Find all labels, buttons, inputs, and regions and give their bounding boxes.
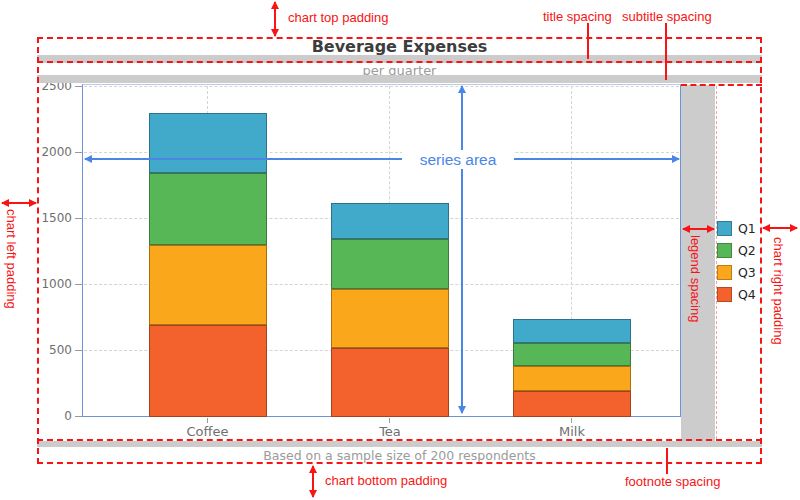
legend: Q1Q2Q3Q4 xyxy=(717,221,763,313)
y-axis-label: 1000 xyxy=(28,277,72,291)
legend-item-q4: Q4 xyxy=(717,287,756,302)
chart-top-padding-arrow xyxy=(274,2,276,36)
subtitle-box-divider xyxy=(681,84,762,86)
bar-segment-q4-coffee xyxy=(149,325,267,417)
gridline-horizontal xyxy=(84,86,679,87)
y-axis-tick xyxy=(75,218,82,219)
y-axis-label: 2000 xyxy=(28,145,72,159)
bar-segment-q4-milk xyxy=(513,391,631,417)
legend-item-q3: Q3 xyxy=(717,265,756,280)
footnote-spacing-connector xyxy=(666,448,668,474)
y-axis-tick xyxy=(75,350,82,351)
legend-swatch-q4 xyxy=(717,287,732,302)
bar-segment-q2-tea xyxy=(331,239,449,289)
y-axis-tick xyxy=(75,86,82,87)
subtitle-spacing-bar xyxy=(37,75,762,83)
legend-label: Q1 xyxy=(738,221,756,236)
x-axis-label: Milk xyxy=(512,424,632,439)
bar-segment-q1-tea xyxy=(331,203,449,239)
subtitle-spacing-label: subtitle spacing xyxy=(622,9,712,24)
chart-container: Beverage Expenses per quarter Q1Q2Q3Q4 B… xyxy=(0,0,800,500)
title-spacing-connector xyxy=(587,23,589,59)
legend-label: Q3 xyxy=(738,265,756,280)
x-axis-label: Coffee xyxy=(148,424,268,439)
chart-left-padding-label: chart left padding xyxy=(4,209,19,309)
y-axis-label: 1500 xyxy=(28,211,72,225)
y-axis-label: 0 xyxy=(28,409,72,423)
chart-top-padding-label: chart top padding xyxy=(288,10,388,25)
bar-segment-q4-tea xyxy=(331,348,449,417)
bar-segment-q2-milk xyxy=(513,343,631,365)
legend-spacing-arrow xyxy=(683,228,714,230)
title-spacing-label: title spacing xyxy=(543,9,612,24)
chart-bottom-padding-arrow xyxy=(312,466,314,497)
x-axis-label: Tea xyxy=(330,424,450,439)
legend-label: Q4 xyxy=(738,287,756,302)
chart-footnote: Based on a sample size of 200 respondent… xyxy=(37,448,762,463)
y-axis-tick xyxy=(75,284,82,285)
footnote-spacing-bar xyxy=(37,441,762,447)
chart-right-padding-arrow xyxy=(763,227,797,229)
legend-label: Q2 xyxy=(738,243,756,258)
bar-segment-q2-coffee xyxy=(149,173,267,246)
footnote-box-divider xyxy=(37,439,762,441)
chart-left-padding-arrow xyxy=(2,202,36,204)
chart-bottom-padding-label: chart bottom padding xyxy=(325,473,447,488)
bar-segment-q3-coffee xyxy=(149,245,267,324)
x-axis-tick xyxy=(571,418,572,423)
footnote-spacing-label: footnote spacing xyxy=(625,474,720,489)
legend-spacing-label: legend spacing xyxy=(688,235,703,322)
y-axis-tick xyxy=(75,152,82,153)
y-axis-label: 500 xyxy=(28,343,72,357)
bar-segment-q3-tea xyxy=(331,289,449,348)
legend-item-q1: Q1 xyxy=(717,221,756,236)
bar-segment-q1-coffee xyxy=(149,113,267,172)
chart-title: Beverage Expenses xyxy=(37,38,762,55)
bar-segment-q1-milk xyxy=(513,319,631,343)
legend-item-q2: Q2 xyxy=(717,243,756,258)
subtitle-spacing-connector xyxy=(665,23,667,80)
legend-swatch-q3 xyxy=(717,265,732,280)
chart-right-padding-label: chart right padding xyxy=(771,237,786,345)
x-axis-tick xyxy=(389,418,390,423)
x-axis-tick xyxy=(207,418,208,423)
legend-swatch-q1 xyxy=(717,221,732,236)
series-area-horizontal-arrow xyxy=(85,158,679,160)
bar-segment-q3-milk xyxy=(513,366,631,391)
series-area-label: series area xyxy=(402,150,514,169)
legend-swatch-q2 xyxy=(717,243,732,258)
title-box-divider xyxy=(37,61,762,63)
series-area-vertical-arrow xyxy=(461,86,463,413)
y-axis-tick xyxy=(75,416,82,417)
